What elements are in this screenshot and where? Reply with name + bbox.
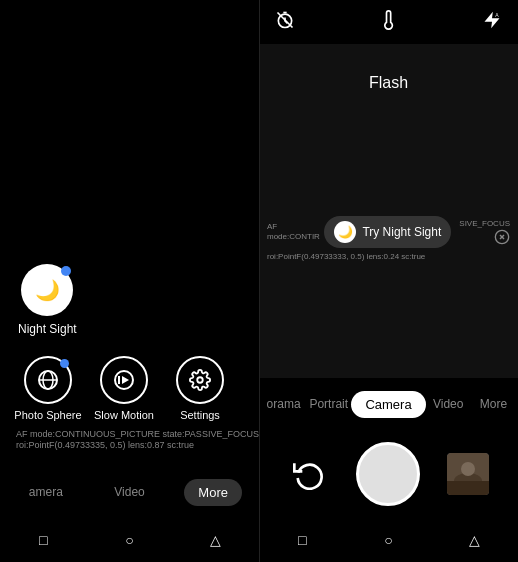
nav-panorama[interactable]: orama <box>261 378 306 430</box>
svg-point-6 <box>197 377 203 383</box>
dismiss-icon[interactable] <box>494 229 510 245</box>
right-camera-view: Flash AF mode:CONTIR 🌙 Try Night Sight S… <box>259 44 518 378</box>
back-button-left[interactable]: △ <box>204 528 228 552</box>
svg-text:A: A <box>495 11 499 17</box>
try-night-sight-moon-icon: 🌙 <box>334 221 356 243</box>
af-info-bottom-text: roi:PointF(0.49733333, 0.5) lens:0.24 sc… <box>267 252 425 261</box>
recent-apps-button-right[interactable]: □ <box>290 528 314 552</box>
svg-marker-4 <box>122 376 129 384</box>
settings-label: Settings <box>180 409 220 421</box>
svg-point-16 <box>461 462 475 476</box>
photo-sphere-icon <box>24 356 72 404</box>
back-button-right[interactable]: △ <box>463 528 487 552</box>
moon-icon: 🌙 <box>35 278 60 302</box>
left-panel: 🌙 Night Sight Photo Sphere <box>0 0 259 562</box>
night-sight-mode[interactable]: 🌙 Night Sight <box>18 264 77 336</box>
af-info-bottom: roi:PointF(0.49733333, 0.5) lens:0.24 sc… <box>267 245 510 263</box>
night-sight-label: Night Sight <box>18 322 77 336</box>
temperature-icon[interactable] <box>379 10 399 35</box>
panel-divider <box>259 0 260 562</box>
left-main-area: 🌙 Night Sight Photo Sphere <box>0 0 259 466</box>
slow-motion-mode[interactable]: Slow Motion <box>90 356 158 421</box>
left-sys-nav: □ ○ △ <box>0 518 259 562</box>
right-top-bar: A <box>259 0 518 44</box>
svg-rect-17 <box>447 481 489 495</box>
gallery-image <box>447 453 489 495</box>
camera-pill: Camera <box>351 391 425 418</box>
right-camera-controls <box>259 430 518 518</box>
nav-more-right[interactable]: More <box>471 378 516 430</box>
nav-portrait[interactable]: Portrait <box>306 378 351 430</box>
timer-icon[interactable] <box>275 10 295 35</box>
nav-camera-right[interactable]: Camera <box>351 378 425 430</box>
photo-sphere-mode[interactable]: Photo Sphere <box>14 356 82 421</box>
flash-label: Flash <box>369 74 408 92</box>
photo-sphere-label: Photo Sphere <box>14 409 81 421</box>
nav-more-left[interactable]: More <box>171 466 255 518</box>
left-bottom-nav: amera Video More <box>0 466 259 518</box>
recent-apps-button-left[interactable]: □ <box>31 528 55 552</box>
right-panel: A Flash AF mode:CONTIR 🌙 Try Night Sight… <box>259 0 518 562</box>
try-night-sight-toast[interactable]: AF mode:CONTIR 🌙 Try Night Sight SIVE_FO… <box>259 216 518 248</box>
settings-mode[interactable]: Settings <box>166 356 234 421</box>
home-button-left[interactable]: ○ <box>117 528 141 552</box>
settings-icon <box>176 356 224 404</box>
slow-motion-label: Slow Motion <box>94 409 154 421</box>
flash-icon[interactable]: A <box>482 10 502 35</box>
af-info-right-section: SIVE_FOCUS <box>459 219 510 245</box>
night-sight-icon-circle: 🌙 <box>21 264 73 316</box>
af-info-right-left: AF mode:CONTIR <box>267 222 320 243</box>
nav-video-right[interactable]: Video <box>426 378 471 430</box>
shutter-button[interactable] <box>356 442 420 506</box>
mode-icons-row: Photo Sphere Slow Motion <box>14 356 242 421</box>
right-bottom-nav: orama Portrait Camera Video More <box>259 378 518 430</box>
flip-camera-button[interactable] <box>289 454 329 494</box>
af-info-left: AF mode:CONTINUOUS_PICTURE state:PASSIVE… <box>10 425 259 456</box>
nav-video-left[interactable]: Video <box>88 466 172 518</box>
try-night-sight-badge[interactable]: 🌙 Try Night Sight <box>324 216 451 248</box>
slow-motion-icon <box>100 356 148 404</box>
home-button-right[interactable]: ○ <box>376 528 400 552</box>
try-night-sight-text: Try Night Sight <box>362 225 441 239</box>
right-sys-nav: □ ○ △ <box>259 518 518 562</box>
nav-camera-left[interactable]: amera <box>4 466 88 518</box>
gallery-thumbnail[interactable] <box>447 453 489 495</box>
more-pill: More <box>184 479 242 506</box>
af-info-right-text: SIVE_FOCUS <box>459 219 510 229</box>
